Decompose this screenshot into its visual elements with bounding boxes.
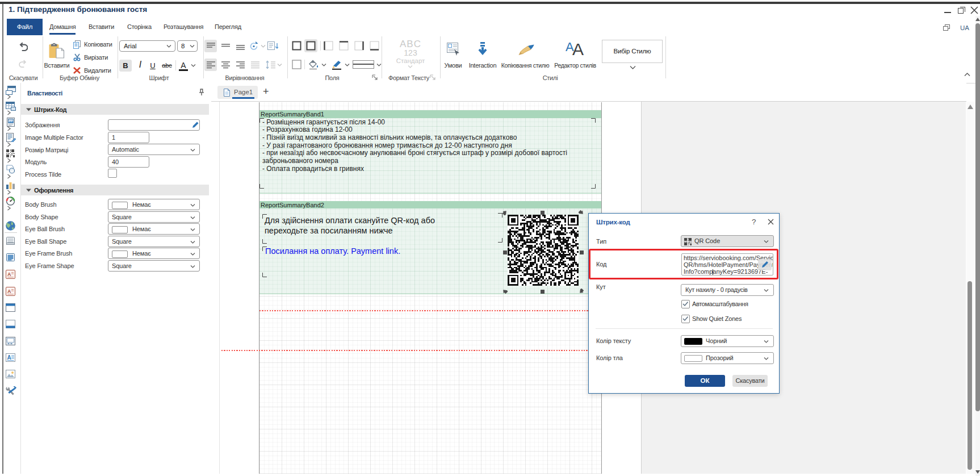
svg-text:A: A: [7, 272, 11, 277]
svg-text:A: A: [7, 354, 11, 361]
svg-text:A: A: [7, 289, 11, 294]
